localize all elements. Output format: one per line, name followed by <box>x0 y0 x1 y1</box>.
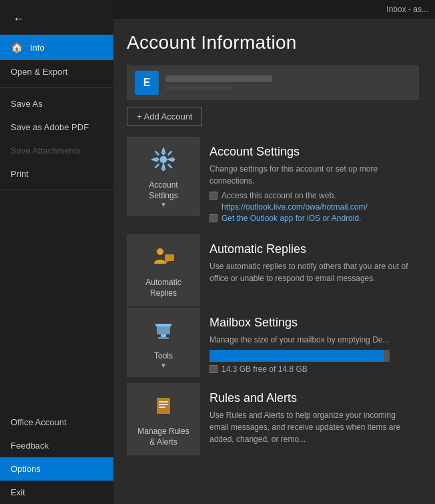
svg-rect-10 <box>159 407 165 408</box>
sidebar-label-print: Print <box>11 169 29 179</box>
account-settings-arrow: ▼ <box>160 201 167 208</box>
tools-arrow: ▼ <box>160 362 167 369</box>
sidebar-divider-1 <box>0 87 113 88</box>
rules-alerts-content: Rules and Alerts Use Rules and Alerts to… <box>200 383 419 457</box>
account-settings-content: Account Settings Change settings for thi… <box>200 137 419 233</box>
account-settings-link-row-2: https://outlook.live.com/owa/hotmail.com… <box>209 202 410 212</box>
sidebar-item-feedback[interactable]: Feedback <box>0 434 113 457</box>
svg-rect-9 <box>159 404 168 405</box>
mailbox-settings-content: Mailbox Settings Manage the size of your… <box>200 308 419 382</box>
account-type <box>165 85 232 90</box>
automatic-replies-desc: Use automatic replies to notify others t… <box>209 260 410 284</box>
mobile-app-link[interactable]: Get the Outlook app for iOS or Android. <box>222 214 361 223</box>
svg-point-1 <box>157 248 163 255</box>
sidebar-divider-2 <box>0 190 113 190</box>
svg-rect-2 <box>165 254 174 261</box>
sidebar-label-info: Info <box>30 43 45 53</box>
sidebar-label-save-as: Save As <box>11 99 43 109</box>
sidebar-item-info[interactable]: 🏠 Info <box>0 35 113 60</box>
access-web-checkbox[interactable] <box>209 192 218 200</box>
automatic-replies-title: Automatic Replies <box>209 242 410 256</box>
svg-rect-8 <box>159 401 168 403</box>
automatic-replies-icon <box>151 245 175 274</box>
back-button[interactable]: ← <box>7 7 31 31</box>
svg-rect-5 <box>161 334 166 337</box>
sidebar-label-open-export: Open & Export <box>11 67 67 77</box>
account-avatar: E <box>135 71 159 95</box>
account-settings-link-row-1: Access this account on the web. <box>209 191 410 200</box>
rules-alerts-card: Manage Rules& Alerts Rules and Alerts Us… <box>127 383 419 457</box>
outlook-web-link[interactable]: https://outlook.live.com/owa/hotmail.com… <box>222 202 368 212</box>
mailbox-size-text: 14.3 GB free of 14.8 GB <box>209 364 410 374</box>
sidebar-label-options: Options <box>11 464 41 474</box>
account-bar: E <box>127 65 419 100</box>
mailbox-bar-container <box>209 350 390 362</box>
sidebar-item-save-adobe[interactable]: Save as Adobe PDF <box>0 115 113 139</box>
account-settings-icon <box>151 148 175 176</box>
add-account-button[interactable]: + Add Account <box>127 107 202 126</box>
mobile-app-checkbox[interactable] <box>209 214 218 222</box>
automatic-replies-icon-area[interactable]: AutomaticReplies <box>127 234 200 306</box>
sidebar-label-exit: Exit <box>11 487 25 497</box>
account-settings-icon-area[interactable]: AccountSettings ▼ <box>127 137 200 216</box>
mailbox-settings-card: Tools ▼ Mailbox Settings Manage the size… <box>127 308 419 382</box>
automatic-replies-content: Automatic Replies Use automatic replies … <box>200 234 419 296</box>
automatic-replies-card: AutomaticReplies Automatic Replies Use a… <box>127 234 419 306</box>
sidebar-item-print[interactable]: Print <box>0 162 113 186</box>
sidebar-item-save-as[interactable]: Save As <box>0 92 113 115</box>
svg-rect-3 <box>157 325 170 334</box>
top-bar-text: Inbox - as... <box>386 5 428 14</box>
mailbox-size-checkbox <box>209 365 218 373</box>
account-settings-link-row-3: Get the Outlook app for iOS or Android. <box>209 214 410 223</box>
page-title: Account Information <box>127 32 419 53</box>
top-bar: Inbox - as... <box>113 0 435 19</box>
sidebar-item-open-export[interactable]: Open & Export <box>0 60 113 83</box>
access-web-text: Access this account on the web. <box>222 191 336 200</box>
svg-rect-7 <box>157 398 170 414</box>
main-content: Account Information E + Add Account Acco… <box>113 19 435 504</box>
rules-alerts-icon-area[interactable]: Manage Rules& Alerts <box>127 383 200 455</box>
account-settings-desc: Change settings for this account or set … <box>209 163 410 187</box>
rules-alerts-desc: Use Rules and Alerts to help organize yo… <box>209 409 410 445</box>
account-settings-card: AccountSettings ▼ Account Settings Chang… <box>127 137 419 233</box>
sidebar-item-options[interactable]: Options <box>0 457 113 481</box>
mailbox-size-label: 14.3 GB free of 14.8 GB <box>222 364 308 374</box>
rules-alerts-icon <box>151 394 175 423</box>
account-info <box>165 75 272 90</box>
sidebar-bottom: Office Account Feedback Options Exit <box>0 411 113 504</box>
sidebar-item-save-attachments: Save Attachments <box>0 139 113 162</box>
sidebar: ← 🏠 Info Open & Export Save As Save as A… <box>0 0 113 504</box>
sidebar-label-save-adobe: Save as Adobe PDF <box>11 122 89 132</box>
account-settings-label: AccountSettings <box>149 180 177 201</box>
home-icon: 🏠 <box>11 41 23 53</box>
tools-label: Tools <box>154 351 173 362</box>
automatic-replies-label: AutomaticReplies <box>145 278 181 298</box>
svg-rect-6 <box>158 337 169 339</box>
sidebar-label-feedback: Feedback <box>11 441 49 451</box>
mailbox-bar-fill <box>209 350 384 362</box>
rules-alerts-label: Manage Rules& Alerts <box>137 427 189 447</box>
sidebar-item-office-account[interactable]: Office Account <box>0 411 113 434</box>
sidebar-label-save-attachments: Save Attachments <box>11 146 81 156</box>
account-settings-title: Account Settings <box>209 145 410 159</box>
mailbox-settings-title: Mailbox Settings <box>209 316 410 330</box>
svg-point-0 <box>160 156 167 163</box>
sidebar-item-exit[interactable]: Exit <box>0 481 113 504</box>
mailbox-settings-icon-area[interactable]: Tools ▼ <box>127 308 200 377</box>
sidebar-top: ← <box>0 0 113 35</box>
svg-rect-4 <box>155 324 171 326</box>
mailbox-settings-desc: Manage the size of your mailbox by empty… <box>209 334 410 346</box>
account-email <box>165 75 272 82</box>
sidebar-label-office-account: Office Account <box>11 417 67 427</box>
tools-icon <box>151 318 175 347</box>
rules-alerts-title: Rules and Alerts <box>209 391 410 405</box>
